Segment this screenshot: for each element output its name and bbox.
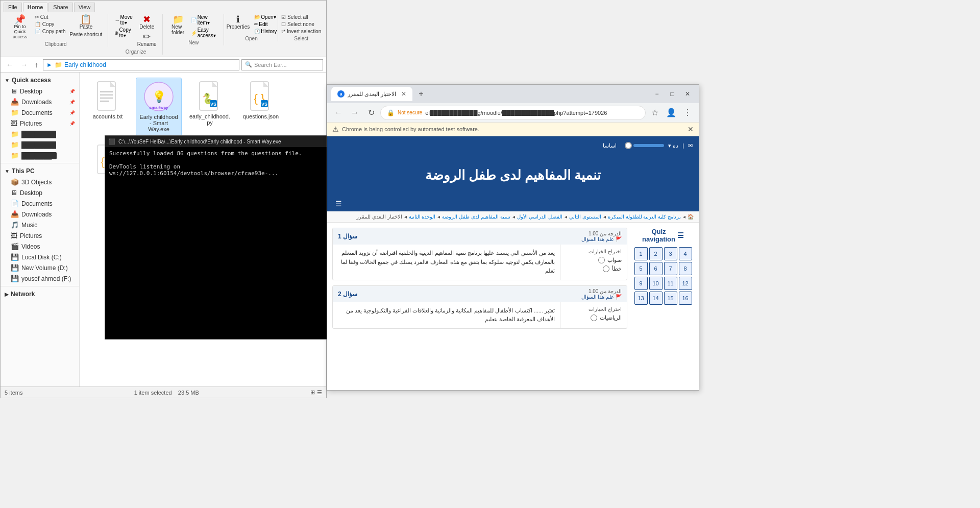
browser-forward-button[interactable]: → <box>348 106 362 120</box>
new-item-button[interactable]: 📄 New item▾ <box>189 14 219 26</box>
quiz-q1-radio-1[interactable] <box>598 257 605 263</box>
breadcrumb-2[interactable]: المستوى الثاني <box>569 214 601 220</box>
breadcrumb-3[interactable]: الفصل الدراسي الأول <box>517 214 563 220</box>
properties-button[interactable]: ℹ Properties <box>225 14 252 31</box>
quiz-nav-4[interactable]: 4 <box>679 247 692 260</box>
quiz-hamburger-icon[interactable]: ☰ <box>332 198 345 209</box>
move-to-button[interactable]: → Move to▾ <box>113 14 134 26</box>
quiz-q1-option-1[interactable]: صواب <box>566 257 622 263</box>
quiz-nav-14[interactable]: 14 <box>649 292 663 305</box>
this-pc-header[interactable]: ▼ This PC <box>1 165 79 177</box>
minimize-button[interactable]: − <box>650 87 664 101</box>
browser-tab-active[interactable]: a الاختبار البعدى للمقرر ✕ <box>331 87 412 101</box>
file-item-questions-json[interactable]: { } VS questions.json <box>238 78 284 136</box>
new-tab-button[interactable]: + <box>415 88 426 100</box>
paste-shortcut-button[interactable]: Paste shortcut <box>68 31 104 38</box>
quiz-nav-5[interactable]: 5 <box>634 262 648 275</box>
maximize-button[interactable]: □ <box>665 87 679 101</box>
sidebar-item-new-volume-d[interactable]: 💾 New Volume (D:) <box>1 262 79 273</box>
quiz-nav-15[interactable]: 15 <box>664 292 677 305</box>
quiz-nav-12[interactable]: 12 <box>679 277 692 290</box>
quiz-nav-3[interactable]: 3 <box>664 247 677 260</box>
bookmark-button[interactable]: ☆ <box>648 106 662 120</box>
quiz-nav-10[interactable]: 10 <box>649 277 663 290</box>
sidebar-item-downloads2[interactable]: 📥 Downloads <box>1 209 79 220</box>
quiz-q2-radio-1[interactable] <box>591 315 597 321</box>
browser-back-button[interactable]: ← <box>331 106 346 120</box>
sidebar-item-custom3[interactable]: 📁 ███████ni <box>1 150 79 161</box>
close-button[interactable]: ✕ <box>680 87 695 101</box>
quiz-nav-16[interactable]: 16 <box>679 292 692 305</box>
sidebar-item-custom2[interactable]: 📁 ████████ <box>1 139 79 150</box>
up-button[interactable]: ↑ <box>32 60 41 70</box>
file-item-smartway-exe[interactable]: 💡 smartway Early childhood - Smart Way.e… <box>136 78 182 136</box>
quiz-nav-11[interactable]: 11 <box>664 277 677 290</box>
sidebar-item-3dobjects[interactable]: 📦 3D Objects <box>1 177 79 187</box>
sidebar-item-custom1[interactable]: 📁 ████████ <box>1 129 79 139</box>
breadcrumb-1[interactable]: برنامج كلية التربية للطفولة المبكرة <box>608 214 681 220</box>
profile-button[interactable]: 👤 <box>664 106 678 120</box>
paste-button[interactable]: 📋 Paste <box>68 14 104 31</box>
ribbon-tab-file[interactable]: File <box>4 3 22 12</box>
sidebar-item-documents[interactable]: 📁 Documents 📌 <box>1 107 79 118</box>
quiz-nav-6[interactable]: 6 <box>649 262 663 275</box>
select-none-button[interactable]: ☐ Select none <box>280 21 323 28</box>
open-button[interactable]: 📂 Open▾ <box>253 14 278 20</box>
ribbon-tab-home[interactable]: Home <box>23 3 48 12</box>
questions-json-name: questions.json <box>243 113 279 119</box>
select-all-button[interactable]: ☑ Select all <box>280 14 323 20</box>
quiz-q2-option-1[interactable]: الرياضيات <box>566 315 622 321</box>
pin-to-quick-access-button[interactable]: 📌 Pin to Quick access <box>8 14 32 40</box>
address-path[interactable]: ► 📁 Early childhood <box>43 59 239 70</box>
sidebar-item-local-disk-c[interactable]: 💾 Local Disk (C:) <box>1 252 79 262</box>
quiz-nav-2[interactable]: 2 <box>649 247 663 260</box>
ribbon-tab-view[interactable]: View <box>74 3 95 12</box>
sidebar-item-desktop[interactable]: 🖥 Desktop 📌 <box>1 86 79 96</box>
network-header[interactable]: ▶ Network <box>1 288 79 300</box>
list-view-button[interactable]: ☰ <box>317 389 322 396</box>
browser-address-bar[interactable]: 🔒 Not secure el████████████g/moodle/████… <box>380 106 646 120</box>
quiz-nav-13[interactable]: 13 <box>634 292 648 305</box>
sidebar-item-downloads[interactable]: 📥 Downloads 📌 <box>1 96 79 107</box>
sidebar-item-videos[interactable]: 🎬 Videos <box>1 241 79 252</box>
breadcrumb-5[interactable]: الوحدة الثانية <box>409 214 436 220</box>
quiz-nav-9[interactable]: 9 <box>634 277 648 290</box>
file-item-accounts-txt[interactable]: accounts.txt <box>85 78 131 136</box>
forward-button[interactable]: → <box>18 60 30 70</box>
back-button[interactable]: ← <box>4 60 16 70</box>
sidebar-item-documents2[interactable]: 📄 Documents <box>1 198 79 209</box>
browser-tab-close-button[interactable]: ✕ <box>401 90 406 98</box>
delete-button[interactable]: ✖ Delete <box>135 14 159 31</box>
sidebar-item-pictures2[interactable]: 🖼 Pictures <box>1 230 79 241</box>
rename-button[interactable]: ✏ Rename <box>135 31 159 48</box>
cut-button[interactable]: ✂ Cut <box>33 14 67 20</box>
sidebar-item-music[interactable]: 🎵 Music <box>1 220 79 230</box>
warning-close-button[interactable]: ✕ <box>688 125 694 133</box>
file-item-early-childhood-py[interactable]: 🐍 VS early_childhood.py <box>187 78 233 136</box>
sidebar-item-desktop2[interactable]: 🖥 Desktop <box>1 187 79 198</box>
network-label: Network <box>11 291 35 298</box>
sidebar-item-yousef-ahmed-f[interactable]: 💾 yousef ahmed (F:) <box>1 273 79 284</box>
edit-button[interactable]: ✏ Edit <box>253 21 278 28</box>
sidebar-item-pictures[interactable]: 🖼 Pictures 📌 <box>1 118 79 129</box>
quick-access-header[interactable]: ▼ Quick access <box>1 75 79 86</box>
history-button[interactable]: 🕐 History <box>253 28 278 35</box>
large-icon-view-button[interactable]: ⊞ <box>310 389 315 396</box>
invert-selection-button[interactable]: ⇌ Invert selection <box>280 28 323 35</box>
copy-to-button[interactable]: ⊕ Copy to▾ <box>113 27 134 39</box>
quiz-nav-8[interactable]: 8 <box>679 262 692 275</box>
search-box[interactable]: 🔍 Search Ear... <box>241 59 323 70</box>
browser-reload-button[interactable]: ↻ <box>364 106 378 120</box>
quiz-nav-7[interactable]: 7 <box>664 262 677 275</box>
easy-access-button[interactable]: ⚡ Easy access▾ <box>189 27 219 39</box>
console-content[interactable]: Successfully loaded 86 questions from th… <box>105 147 329 339</box>
quiz-q1-radio-2[interactable] <box>603 265 609 272</box>
breadcrumb-4[interactable]: تنمية المفاهيم لدى طفل الروضة <box>442 214 510 220</box>
ribbon-tab-share[interactable]: Share <box>48 3 72 12</box>
copy-button[interactable]: 📋 Copy <box>33 21 67 28</box>
copy-path-button[interactable]: 📄 Copy path <box>33 28 67 35</box>
quiz-nav-1[interactable]: 1 <box>634 247 648 260</box>
browser-menu-button[interactable]: ⋮ <box>680 106 695 120</box>
quiz-q1-option-2[interactable]: خطأ <box>566 265 622 272</box>
new-folder-button[interactable]: 📁 Newfolder <box>168 14 188 36</box>
